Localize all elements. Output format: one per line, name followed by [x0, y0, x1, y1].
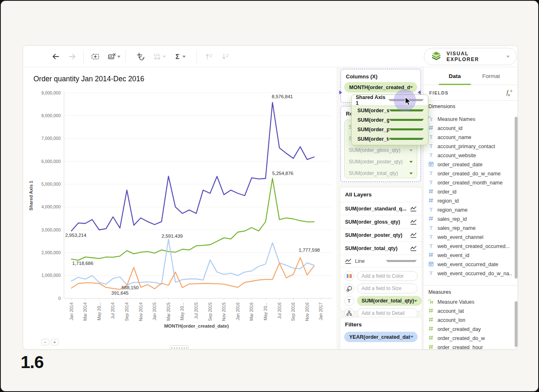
- field-item-web-event-occurred-do-w-na-[interactable]: T web_event_occurred_do_w_na...: [428, 269, 512, 278]
- well-placeholder[interactable]: Add a field to Color: [357, 271, 418, 281]
- zoom-in-button[interactable]: +: [51, 339, 59, 345]
- field-item-order-created-date[interactable]: order_created_date: [428, 160, 512, 169]
- visual-explorer-window: Σ VISUAL EXPLORER 01,000,0002,000,0003,0…: [23, 45, 518, 349]
- field-item-order-created-do-w-name[interactable]: T order_created_do_w_name: [428, 169, 512, 178]
- x-tick-label: Sep 2014: [124, 302, 129, 321]
- sort-ascending-button[interactable]: [204, 51, 215, 62]
- rows-item-sum-order-total-qty-[interactable]: SUM(order_total_qty): [349, 169, 413, 178]
- field-item-account-lon[interactable]: account_lon: [428, 316, 512, 325]
- date-icon: [428, 261, 435, 268]
- field-item-order-id[interactable]: order_id: [428, 187, 512, 196]
- layer-row-sum-order-standard-q-[interactable]: SUM(order_standard_q...: [340, 202, 422, 215]
- back-arrow-button[interactable]: [50, 51, 61, 62]
- shared-axis-header[interactable]: Shared Axis 1: [352, 95, 428, 106]
- field-item-web-event-id[interactable]: web_event_id: [428, 251, 512, 260]
- drag-card-item-sum-order-poster-qty-[interactable]: SUM(order_poster_qty): [352, 125, 428, 134]
- field-item-order-created-do-w[interactable]: order_created_do_w: [428, 334, 512, 343]
- drag-card-item-sum-order-standard-qty-[interactable]: SUM(order_standard_qty): [352, 106, 428, 115]
- field-item-sales-rep-id[interactable]: sales_rep_id: [428, 215, 512, 224]
- tab-data[interactable]: Data: [442, 67, 467, 85]
- line-chart-icon: [410, 219, 417, 225]
- columns-shelf-title: Columns (X): [341, 69, 421, 82]
- data-label: 1,718,686: [72, 261, 93, 266]
- visual-explorer-menu-button[interactable]: VISUAL EXPLORER: [424, 48, 517, 65]
- layer-row-sum-order-gloss-qty-[interactable]: SUM(order_gloss_qty): [340, 215, 422, 229]
- field-item-web-event-occurred-date[interactable]: web_event_occurred_date: [428, 260, 512, 269]
- layer-row-sum-order-total-qty-[interactable]: SUM(order_total_qty): [340, 242, 422, 255]
- rows-item-sum-order-gloss-qty-[interactable]: SUM(order_gloss_qty): [349, 146, 413, 155]
- x-tick-label: Jul 2015: [194, 302, 199, 319]
- filters-panel: Filters YEAR(order_created_date): [340, 317, 422, 349]
- layer-row-sum-order-poster-qty-[interactable]: SUM(order_poster_qty): [340, 229, 422, 242]
- forward-arrow-button[interactable]: [67, 51, 78, 62]
- field-item-account-name[interactable]: T account_name: [428, 133, 512, 142]
- field-item-account-id[interactable]: account_id: [428, 124, 512, 133]
- sigma-button[interactable]: Σ: [173, 51, 187, 62]
- field-item-account-lat[interactable]: account_lat: [428, 307, 512, 316]
- shared-axis-drag-card[interactable]: Shared Axis 1 SUM(order_standard_qty)SUM…: [351, 94, 428, 145]
- y-tick-label: 9,000,000: [41, 90, 61, 95]
- field-item-account-website[interactable]: T account_website: [428, 151, 512, 160]
- number-icon: [428, 344, 435, 349]
- y-tick-label: 1,000,000: [41, 273, 61, 278]
- svg-text:T: T: [430, 134, 433, 139]
- text-icon: T: [428, 143, 435, 150]
- back-arrow-icon: [51, 52, 60, 61]
- visual-explorer-logo-icon: [431, 51, 442, 63]
- app-background: Σ VISUAL EXPLORER 01,000,0002,000,0003,0…: [0, 0, 539, 392]
- x-tick-label: Nov 2015: [221, 302, 226, 321]
- chevron-down-icon: [506, 56, 510, 58]
- number-icon: [428, 188, 435, 196]
- remove-chart-icon: [107, 52, 116, 61]
- add-card-button[interactable]: [90, 51, 101, 62]
- filter-pill-year-order-created-date[interactable]: YEAR(order_created_date): [344, 332, 418, 342]
- field-item-order-created-day[interactable]: order_created_day: [428, 325, 512, 334]
- series-line-sum-order-poster-qty-: [71, 258, 314, 290]
- field-item-order-created-month-name[interactable]: T order_created_month_name: [428, 178, 512, 187]
- dimensions-scrollbar[interactable]: [515, 117, 518, 279]
- panel-resize-handle[interactable]: [170, 345, 189, 349]
- field-item-order-created-hour[interactable]: order_created_hour: [428, 343, 512, 349]
- mark-type-dropdown[interactable]: Line: [340, 255, 422, 267]
- sort-descending-icon: [221, 52, 230, 61]
- tab-format[interactable]: Format: [477, 67, 506, 85]
- sort-descending-button[interactable]: [220, 51, 231, 62]
- field-item-web-event-channel[interactable]: T web_event_channel: [428, 233, 512, 242]
- field-item-sales-rep-name[interactable]: T sales_rep_name: [428, 224, 512, 233]
- field-item-measure-names[interactable]: T Measure Names: [428, 115, 512, 124]
- add-calculated-field-button[interactable]: fx+: [506, 88, 513, 97]
- zoom-out-button[interactable]: −: [41, 339, 49, 345]
- rows-item-sum-order-poster-qty-[interactable]: SUM(order_poster_qty): [349, 157, 413, 166]
- chevron-down-icon: [409, 172, 413, 175]
- zoom-controls: − +: [41, 339, 59, 345]
- drag-card-item-sum-order-total-qty-[interactable]: SUM(order_total_qty): [352, 134, 428, 144]
- field-item-web-event-created-occurred-[interactable]: T web_event_created_occurred...: [428, 242, 512, 251]
- text-icon: T: [428, 224, 435, 232]
- svg-text:Σ: Σ: [175, 53, 180, 60]
- field-item-region-name[interactable]: T region_name: [428, 205, 512, 215]
- well-placeholder[interactable]: Add a field to Size: [357, 283, 418, 293]
- well-pill-sum-order-total-qty-[interactable]: SUM(order_total_qty): [357, 296, 422, 306]
- field-item-account-primary-contact[interactable]: T account_primary_contact: [428, 142, 512, 151]
- chevron-down-icon: [117, 56, 121, 58]
- all-layers-title: All Layers: [340, 187, 422, 202]
- well-size: Add a field to Size: [344, 283, 418, 294]
- svg-text:T: T: [348, 298, 351, 304]
- remove-chart-button[interactable]: [106, 51, 121, 62]
- drag-card-item-sum-order-gloss-qty-[interactable]: SUM(order_gloss_qty): [352, 115, 428, 125]
- chevron-down-icon: [414, 300, 417, 302]
- swap-axes-icon: [136, 52, 145, 61]
- text-icon: T: [428, 234, 435, 241]
- svg-text:T: T: [430, 243, 433, 248]
- bar-size-button[interactable]: [152, 51, 167, 62]
- toolbar-divider: [125, 50, 126, 63]
- swap-axes-button[interactable]: [135, 51, 146, 62]
- field-item-measure-values[interactable]: Measure Values: [428, 298, 512, 307]
- text-icon: T: [428, 170, 435, 177]
- line-chart-icon: [345, 258, 352, 264]
- field-item-region-id[interactable]: region_id: [428, 196, 512, 205]
- x-tick-label: Nov 2014: [138, 302, 143, 321]
- visual-explorer-label: VISUAL EXPLORER: [447, 51, 501, 62]
- text-icon: T: [428, 270, 435, 277]
- measures-scrollbar[interactable]: [515, 301, 518, 347]
